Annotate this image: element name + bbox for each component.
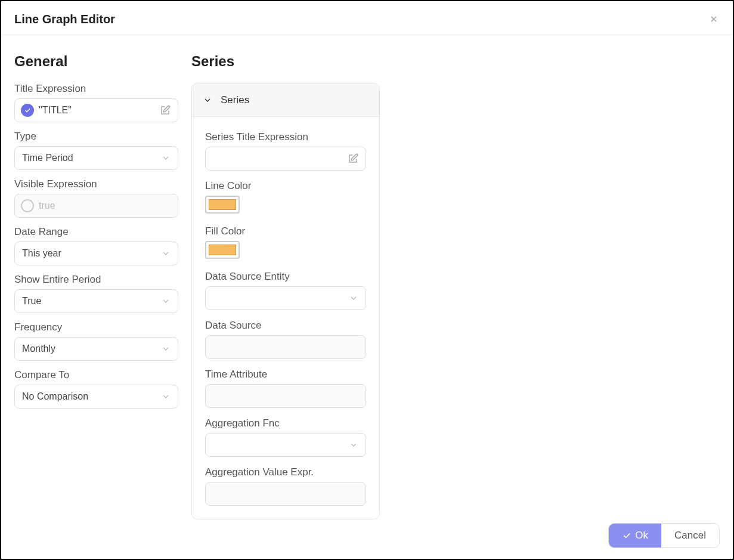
visible-expression-value: true [39, 200, 172, 211]
show-entire-period-field: Show Entire Period True [14, 274, 178, 313]
time-attribute-input[interactable] [205, 384, 366, 408]
check-icon [622, 531, 631, 540]
dialog-body: General Title Expression "TITLE" Type Ti… [1, 35, 733, 523]
line-color-picker[interactable] [205, 196, 240, 214]
compare-to-field: Compare To No Comparison [14, 369, 178, 409]
close-button[interactable] [707, 12, 721, 26]
aggregation-fnc-label: Aggregation Fnc [205, 417, 366, 429]
fill-color-label: Fill Color [205, 225, 366, 237]
aggregation-fnc-select[interactable] [205, 433, 366, 457]
date-range-field: Date Range This year [14, 226, 178, 265]
check-circle-icon [21, 104, 34, 117]
aggregation-value-expr-field: Aggregation Value Expr. [205, 466, 366, 506]
edit-expression-button[interactable] [346, 152, 360, 165]
dialog-footer: Ok Cancel [1, 523, 733, 559]
general-heading: General [14, 53, 178, 70]
data-source-field: Data Source [205, 320, 366, 359]
type-select[interactable]: Time Period [14, 146, 178, 170]
date-range-value: This year [22, 248, 161, 259]
date-range-select[interactable]: This year [14, 242, 178, 265]
line-color-swatch [209, 199, 236, 210]
chevron-down-icon [349, 440, 358, 450]
date-range-label: Date Range [14, 226, 178, 238]
type-value: Time Period [22, 153, 161, 163]
footer-button-group: Ok Cancel [608, 523, 720, 548]
visible-expression-input[interactable]: true [14, 194, 178, 218]
dialog-header: Line Graph Editor [1, 1, 733, 35]
edit-expression-button[interactable] [159, 104, 172, 117]
frequency-field: Frequency Monthly [14, 321, 178, 361]
series-panel: Series Series Title Expression Line [191, 83, 380, 519]
ok-label: Ok [635, 530, 648, 542]
type-field: Type Time Period [14, 131, 178, 170]
chevron-down-icon [161, 249, 171, 258]
title-expression-label: Title Expression [14, 83, 178, 95]
time-attribute-field: Time Attribute [205, 369, 366, 408]
chevron-down-icon [203, 95, 212, 105]
dialog-title: Line Graph Editor [14, 13, 115, 26]
title-expression-input[interactable]: "TITLE" [14, 98, 178, 122]
visible-expression-field: Visible Expression true [14, 178, 178, 218]
chevron-down-icon [161, 296, 171, 306]
frequency-select[interactable]: Monthly [14, 337, 178, 361]
chevron-down-icon [161, 344, 171, 354]
fill-color-swatch [209, 245, 236, 255]
compare-to-label: Compare To [14, 369, 178, 381]
title-expression-field: Title Expression "TITLE" [14, 83, 178, 122]
aggregation-fnc-field: Aggregation Fnc [205, 417, 366, 457]
compare-to-select[interactable]: No Comparison [14, 385, 178, 409]
series-panel-title: Series [221, 94, 249, 106]
chevron-down-icon [161, 392, 171, 401]
data-source-entity-select[interactable] [205, 286, 366, 310]
visible-expression-label: Visible Expression [14, 178, 178, 190]
show-entire-period-label: Show Entire Period [14, 274, 178, 286]
series-panel-header[interactable]: Series [192, 83, 379, 117]
data-source-entity-label: Data Source Entity [205, 271, 366, 283]
fill-color-picker[interactable] [205, 241, 240, 259]
data-source-label: Data Source [205, 320, 366, 332]
cancel-label: Cancel [674, 530, 706, 541]
edit-icon [160, 105, 171, 116]
series-panel-body: Series Title Expression Line Color [192, 117, 379, 519]
time-attribute-label: Time Attribute [205, 369, 366, 380]
line-graph-editor-dialog: Line Graph Editor General Title Expressi… [0, 0, 734, 560]
chevron-down-icon [349, 293, 358, 303]
series-section: Series Series Series Title Expression [191, 53, 720, 517]
data-source-input[interactable] [205, 335, 366, 359]
empty-circle-icon [21, 199, 34, 212]
fill-color-field: Fill Color [205, 225, 366, 261]
line-color-label: Line Color [205, 180, 366, 192]
general-section: General Title Expression "TITLE" Type Ti… [14, 53, 178, 517]
line-color-field: Line Color [205, 180, 366, 216]
frequency-value: Monthly [22, 344, 161, 354]
title-expression-value: "TITLE" [39, 105, 159, 116]
compare-to-value: No Comparison [22, 391, 161, 402]
edit-icon [348, 153, 358, 164]
aggregation-value-expr-label: Aggregation Value Expr. [205, 466, 366, 478]
chevron-down-icon [161, 153, 171, 163]
series-title-expression-label: Series Title Expression [205, 131, 366, 143]
data-source-entity-field: Data Source Entity [205, 271, 366, 310]
cancel-button[interactable]: Cancel [661, 524, 719, 547]
series-heading: Series [191, 53, 720, 70]
close-icon [709, 14, 718, 24]
series-title-expression-input[interactable] [205, 147, 366, 171]
show-entire-period-value: True [22, 296, 161, 307]
aggregation-value-expr-input[interactable] [205, 482, 366, 506]
frequency-label: Frequency [14, 321, 178, 333]
type-label: Type [14, 131, 178, 143]
show-entire-period-select[interactable]: True [14, 289, 178, 313]
series-title-expression-field: Series Title Expression [205, 131, 366, 171]
ok-button[interactable]: Ok [609, 524, 661, 547]
